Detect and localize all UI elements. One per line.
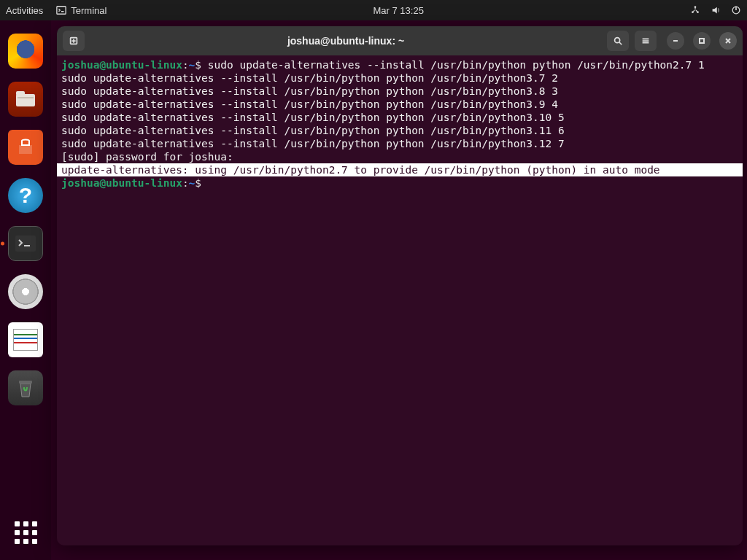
terminal-body[interactable]: joshua@ubuntu-linux:~$ sudo update-alter… bbox=[57, 55, 743, 545]
software-icon[interactable] bbox=[8, 130, 43, 165]
network-icon[interactable] bbox=[690, 5, 700, 15]
show-apps-button[interactable] bbox=[15, 521, 37, 544]
titlebar: joshua@ubuntu-linux: ~ bbox=[57, 26, 743, 55]
new-tab-button[interactable] bbox=[63, 31, 85, 51]
terminal-window: joshua@ubuntu-linux: ~ joshua@ubuntu-lin… bbox=[57, 26, 743, 545]
volume-icon[interactable] bbox=[711, 5, 721, 15]
top-bar: Activities Terminal Mar 7 13:25 bbox=[0, 0, 747, 20]
svg-rect-9 bbox=[15, 236, 36, 252]
clock[interactable]: Mar 7 13:25 bbox=[107, 5, 690, 16]
svg-rect-7 bbox=[16, 91, 25, 96]
dock: ? bbox=[0, 20, 51, 560]
svg-rect-6 bbox=[16, 94, 35, 106]
power-icon[interactable] bbox=[731, 5, 741, 15]
text-editor-icon[interactable] bbox=[8, 322, 43, 357]
active-app-name: Terminal bbox=[71, 5, 107, 16]
svg-line-15 bbox=[619, 42, 622, 45]
svg-rect-10 bbox=[19, 381, 32, 384]
maximize-button[interactable] bbox=[693, 32, 711, 50]
terminal-icon[interactable] bbox=[8, 226, 43, 261]
trash-icon[interactable] bbox=[8, 370, 43, 405]
disk-icon[interactable] bbox=[8, 274, 43, 309]
active-app-indicator[interactable]: Terminal bbox=[56, 5, 107, 16]
window-title: joshua@ubuntu-linux: ~ bbox=[90, 35, 601, 47]
activities-button[interactable]: Activities bbox=[6, 5, 43, 16]
svg-rect-0 bbox=[57, 7, 66, 15]
help-icon[interactable]: ? bbox=[8, 178, 43, 213]
svg-rect-20 bbox=[700, 39, 704, 43]
svg-point-14 bbox=[615, 38, 620, 43]
svg-rect-8 bbox=[18, 97, 34, 98]
menu-button[interactable] bbox=[635, 31, 657, 51]
search-button[interactable] bbox=[607, 31, 629, 51]
terminal-small-icon bbox=[56, 5, 66, 15]
files-icon[interactable] bbox=[8, 82, 43, 117]
firefox-icon[interactable] bbox=[8, 34, 43, 69]
close-button[interactable] bbox=[719, 32, 737, 50]
minimize-button[interactable] bbox=[667, 32, 684, 50]
